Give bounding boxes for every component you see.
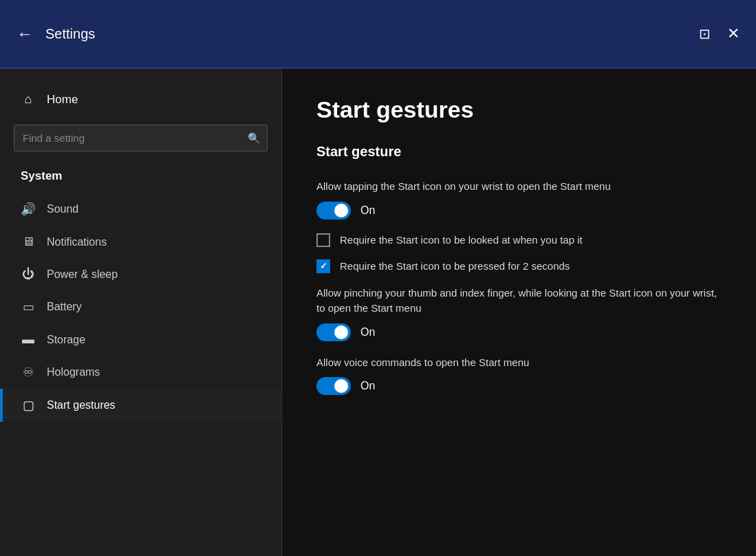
tap-start-toggle-row: On: [316, 202, 722, 220]
voice-start-toggle[interactable]: [316, 377, 351, 395]
pinch-start-slider: [316, 323, 351, 341]
setting-pinch-start: Allow pinching your thumb and index fing…: [316, 286, 722, 341]
main-layout: ⌂ Home 🔍 System 🔊 Sound 🖥 Notifications …: [0, 69, 756, 556]
setting-voice-start: Allow voice commands to open the Start m…: [316, 355, 722, 396]
sidebar-item-start-gestures[interactable]: ▢ Start gestures: [0, 389, 281, 422]
sidebar-item-notifications[interactable]: 🖥 Notifications: [0, 226, 281, 258]
sidebar-item-battery[interactable]: ▭ Battery: [0, 290, 281, 323]
title-bar: ← Settings ⊡ ✕: [0, 0, 756, 69]
sound-icon: 🔊: [21, 202, 36, 217]
search-icon: 🔍: [248, 132, 261, 145]
tap-start-slider: [316, 202, 351, 220]
power-icon: ⏻: [21, 267, 36, 281]
page-title: Start gestures: [316, 96, 722, 123]
pinch-start-toggle-row: On: [316, 323, 722, 341]
home-label: Home: [47, 93, 78, 107]
holograms-label: Holograms: [47, 366, 100, 378]
setting-tap-start: Allow tapping the Start icon on your wri…: [316, 179, 722, 220]
content-area: Start gestures Start gesture Allow tappi…: [282, 69, 756, 556]
setting-look-at-start: Require the Start icon to be looked at w…: [316, 233, 722, 247]
sidebar-item-sound[interactable]: 🔊 Sound: [0, 193, 281, 226]
pinch-start-toggle-label: On: [360, 326, 375, 339]
start-gestures-label: Start gestures: [47, 399, 116, 411]
battery-label: Battery: [47, 301, 82, 313]
press-2sec-label: Require the Start icon to be pressed for…: [340, 260, 570, 272]
look-at-start-row: Require the Start icon to be looked at w…: [316, 233, 722, 247]
tap-start-toggle[interactable]: [316, 202, 351, 220]
sidebar-item-power[interactable]: ⏻ Power & sleep: [0, 258, 281, 290]
section-heading: Start gesture: [316, 144, 722, 160]
search-input[interactable]: [14, 125, 268, 151]
storage-icon: ▬: [21, 332, 36, 347]
pinch-start-desc: Allow pinching your thumb and index fing…: [316, 286, 722, 317]
power-label: Power & sleep: [47, 268, 118, 281]
holograms-icon: ♾: [21, 365, 36, 380]
setting-press-2sec: Require the Start icon to be pressed for…: [316, 259, 722, 273]
window-icon[interactable]: ⊡: [699, 25, 711, 42]
sidebar-item-holograms[interactable]: ♾ Holograms: [0, 356, 281, 389]
home-icon: ⌂: [21, 92, 36, 107]
battery-icon: ▭: [21, 299, 36, 314]
voice-start-slider: [316, 377, 351, 395]
storage-label: Storage: [47, 334, 85, 346]
voice-start-desc: Allow voice commands to open the Start m…: [316, 355, 722, 371]
notifications-label: Notifications: [47, 236, 107, 248]
voice-start-toggle-label: On: [360, 380, 375, 392]
close-button[interactable]: ✕: [727, 25, 739, 43]
system-section-label: System: [0, 164, 281, 193]
sidebar: ⌂ Home 🔍 System 🔊 Sound 🖥 Notifications …: [0, 69, 282, 556]
voice-start-toggle-row: On: [316, 377, 722, 395]
press-2sec-row: Require the Start icon to be pressed for…: [316, 259, 722, 273]
sidebar-item-home[interactable]: ⌂ Home: [0, 83, 281, 116]
app-title: Settings: [45, 26, 699, 42]
notifications-icon: 🖥: [21, 235, 36, 249]
pinch-start-toggle[interactable]: [316, 323, 351, 341]
search-container: 🔍: [14, 125, 268, 151]
start-gestures-icon: ▢: [21, 398, 36, 413]
look-at-start-label: Require the Start icon to be looked at w…: [340, 234, 583, 246]
press-2sec-checkbox[interactable]: [316, 259, 330, 273]
tap-start-toggle-label: On: [360, 204, 375, 217]
window-controls: ⊡ ✕: [699, 25, 739, 43]
sidebar-item-storage[interactable]: ▬ Storage: [0, 323, 281, 356]
back-button[interactable]: ←: [17, 25, 33, 42]
look-at-start-checkbox[interactable]: [316, 233, 330, 247]
sound-label: Sound: [47, 203, 78, 215]
tap-start-desc: Allow tapping the Start icon on your wri…: [316, 179, 722, 195]
